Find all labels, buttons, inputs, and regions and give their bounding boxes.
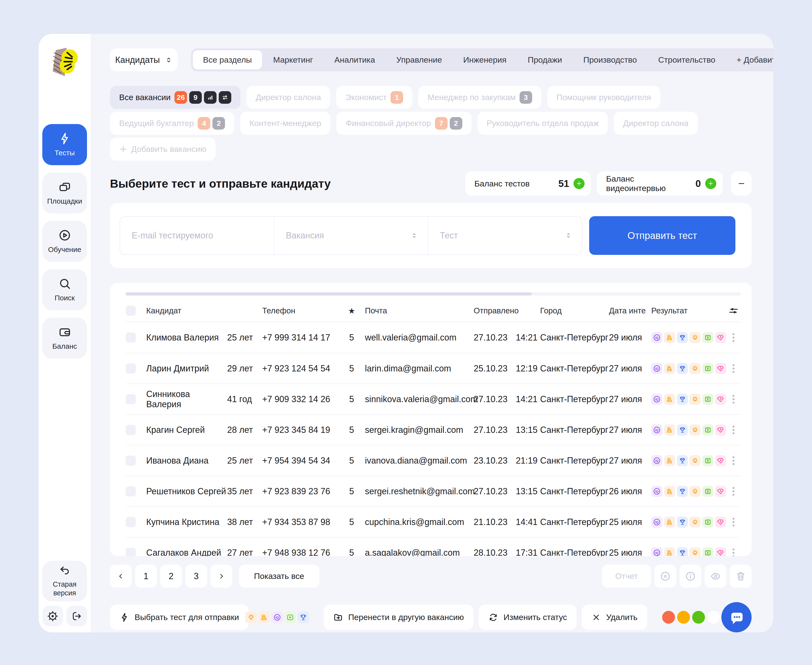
- settings-button[interactable]: [42, 606, 63, 626]
- table-row[interactable]: Климова Валерия 25 лет +7 999 314 14 17 …: [126, 322, 741, 353]
- row-checkbox[interactable]: [126, 394, 136, 404]
- info-button[interactable]: [680, 565, 701, 588]
- row-checkbox[interactable]: [126, 455, 136, 466]
- row-menu-kebab[interactable]: [732, 426, 734, 434]
- lightbulb-icon[interactable]: [689, 394, 701, 405]
- row-menu-kebab[interactable]: [732, 364, 734, 373]
- send-test-button[interactable]: Отправить тест: [589, 216, 735, 255]
- row-menu-kebab[interactable]: [732, 456, 734, 465]
- score-bars-icon[interactable]: [664, 516, 675, 527]
- table-row[interactable]: Синникова Валерия 41 год +7 909 332 14 2…: [126, 383, 741, 414]
- row-checkbox[interactable]: [126, 486, 136, 496]
- test-select[interactable]: Тест: [428, 217, 582, 254]
- sidebar-item-platforms[interactable]: Площадки: [42, 172, 87, 213]
- row-menu-kebab[interactable]: [732, 518, 734, 526]
- bar-chart-icon[interactable]: [204, 91, 217, 104]
- vacancy-chip-all[interactable]: Все вакансии 26 9: [110, 86, 240, 109]
- add-vacancy-chip[interactable]: Добавить вакансию: [110, 138, 216, 161]
- salary-diamond-icon[interactable]: $: [715, 455, 726, 466]
- row-menu-kebab[interactable]: [732, 487, 734, 496]
- score-bars-icon[interactable]: [664, 363, 675, 374]
- table-row[interactable]: Решетников Сергей 35 лет +7 923 839 23 7…: [126, 476, 741, 506]
- column-filter-icon[interactable]: [729, 306, 738, 316]
- row-menu-kebab[interactable]: [732, 333, 734, 342]
- page-number-button[interactable]: 2: [160, 565, 182, 588]
- delete-button[interactable]: Удалить: [582, 604, 647, 630]
- logout-button[interactable]: [67, 606, 87, 626]
- move-to-vacancy-button[interactable]: Перенести в другую вакансию: [323, 604, 474, 630]
- tab[interactable]: Производство: [573, 50, 647, 69]
- iq-brain-icon[interactable]: IQ: [651, 394, 662, 405]
- sidebar-item-learning[interactable]: Обучение: [42, 221, 87, 262]
- table-row[interactable]: Купчина Кристина 38 лет +7 934 353 87 98…: [126, 506, 741, 537]
- score-bars-icon[interactable]: [664, 424, 675, 436]
- score-bars-icon[interactable]: [664, 332, 675, 343]
- score-bars-icon[interactable]: [664, 486, 675, 497]
- video-interview-icon[interactable]: [702, 455, 713, 466]
- view-button[interactable]: [705, 565, 727, 588]
- star-icon[interactable]: ★: [348, 306, 355, 316]
- lightbulb-icon[interactable]: [689, 516, 701, 527]
- trophy-icon[interactable]: R: [677, 332, 688, 343]
- swap-arrows-icon[interactable]: [219, 91, 231, 104]
- entity-selector[interactable]: Кандидаты: [110, 48, 178, 71]
- trophy-icon[interactable]: [297, 611, 309, 623]
- collapse-section-button[interactable]: [731, 172, 752, 196]
- video-interview-icon[interactable]: [702, 486, 713, 497]
- row-menu-kebab[interactable]: [732, 549, 734, 556]
- show-all-button[interactable]: Показать все: [239, 565, 319, 588]
- video-interview-icon[interactable]: [702, 394, 713, 405]
- sidebar-item-tests[interactable]: Тесты: [42, 124, 87, 165]
- iq-brain-icon[interactable]: IQ: [651, 486, 662, 497]
- vacancy-chip[interactable]: Директор салона: [247, 86, 330, 109]
- trophy-icon[interactable]: R: [677, 486, 688, 497]
- tab[interactable]: Управление: [386, 50, 452, 69]
- trophy-icon[interactable]: R: [677, 394, 688, 405]
- salary-diamond-icon[interactable]: $: [715, 486, 726, 497]
- score-bars-icon[interactable]: [664, 547, 675, 556]
- salary-diamond-icon[interactable]: $: [715, 516, 726, 527]
- trophy-icon[interactable]: R: [677, 455, 688, 466]
- vacancy-chip[interactable]: Руководитель отдела продаж: [477, 112, 608, 135]
- video-interview-icon[interactable]: [284, 611, 296, 623]
- scrollbar-thumb[interactable]: [126, 292, 532, 295]
- trophy-icon[interactable]: R: [677, 547, 688, 556]
- support-chat-button[interactable]: [721, 602, 752, 632]
- sidebar-item-search[interactable]: Поиск: [42, 269, 87, 310]
- vacancy-chip[interactable]: Директор салона: [614, 112, 698, 135]
- table-row[interactable]: Крагин Сергей 28 лет +7 923 345 84 19 5 …: [126, 414, 741, 445]
- iq-brain-icon[interactable]: IQ: [651, 424, 662, 436]
- iq-brain-icon[interactable]: IQ: [651, 547, 662, 556]
- salary-diamond-icon[interactable]: $: [715, 547, 726, 556]
- sidebar-item-balance[interactable]: Баланс: [42, 318, 87, 359]
- select-all-checkbox[interactable]: [126, 306, 136, 316]
- row-menu-kebab[interactable]: [732, 395, 734, 404]
- select-test-button[interactable]: Выбрать тест для отправки: [110, 604, 249, 630]
- iq-brain-icon[interactable]: IQ: [651, 332, 662, 343]
- lightbulb-icon[interactable]: [689, 455, 701, 466]
- vacancy-chip[interactable]: Экономист 1: [336, 86, 412, 109]
- video-interview-icon[interactable]: [702, 424, 713, 436]
- video-interview-icon[interactable]: [702, 363, 713, 374]
- page-number-button[interactable]: 3: [185, 565, 207, 588]
- video-interview-icon[interactable]: [702, 332, 713, 343]
- table-row[interactable]: Ларин Дмитрий 29 лет +7 923 124 54 54 5 …: [126, 353, 741, 383]
- iq-brain-icon[interactable]: IQ: [651, 455, 662, 466]
- row-checkbox[interactable]: [126, 548, 136, 556]
- lightbulb-icon[interactable]: [689, 332, 701, 343]
- lightbulb-icon[interactable]: [689, 547, 701, 556]
- retake-button[interactable]: R: [654, 565, 676, 588]
- table-row[interactable]: Сагалаков Андрей 27 лет +7 948 938 12 76…: [126, 537, 741, 556]
- score-bars-icon[interactable]: [258, 611, 270, 623]
- delete-rows-button[interactable]: [730, 565, 752, 588]
- row-checkbox[interactable]: [126, 425, 136, 435]
- salary-diamond-icon[interactable]: $: [715, 332, 726, 343]
- prev-page-button[interactable]: [110, 565, 132, 588]
- change-status-button[interactable]: Изменить статус: [479, 604, 577, 630]
- lightbulb-icon[interactable]: [689, 486, 701, 497]
- status-dot[interactable]: [677, 611, 690, 624]
- status-dot[interactable]: [692, 611, 705, 624]
- status-dot[interactable]: [707, 611, 720, 624]
- report-button[interactable]: Отчет: [602, 565, 651, 588]
- status-dot[interactable]: [662, 611, 675, 624]
